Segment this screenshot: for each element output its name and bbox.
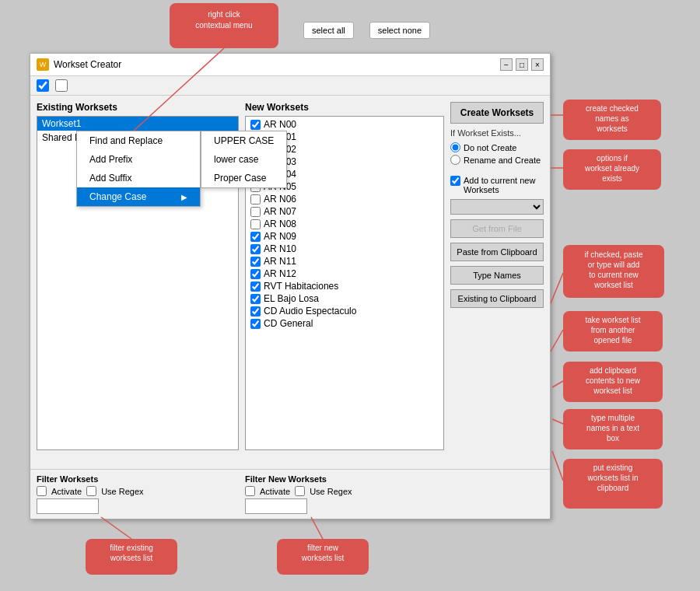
checkbox-item-ar-n10: AR N10	[247, 243, 442, 255]
svg-text:names as: names as	[595, 114, 628, 123]
checkbox-item-ar-n06: AR N06	[247, 193, 442, 205]
radio-rename-create[interactable]: Rename and Create	[450, 155, 544, 165]
filter-existing-controls: Activate Use Regex	[37, 486, 239, 496]
svg-text:to current new: to current new	[589, 271, 639, 279]
close-button[interactable]: ×	[531, 58, 544, 71]
submenu-upper-case[interactable]: UPPER CASE	[201, 131, 286, 150]
svg-rect-9	[563, 149, 661, 190]
context-menu: Find and Replace Add Prefix Add Suffix C…	[76, 131, 201, 207]
svg-rect-20	[563, 311, 663, 351]
context-menu-add-prefix[interactable]: Add Prefix	[77, 150, 200, 169]
filter-new-activate-label: Activate	[260, 487, 290, 496]
radio-group: Do not Create Rename and Create	[450, 142, 544, 165]
create-worksets-button[interactable]: Create Worksets	[450, 102, 544, 124]
svg-text:worksets list: worksets list	[110, 554, 153, 562]
context-menu-add-suffix[interactable]: Add Suffix	[77, 169, 200, 187]
new-worksets-label: New Worksets	[245, 102, 444, 113]
filter-existing-group: Filter Worksets Activate Use Regex	[37, 474, 239, 514]
filter-existing-input[interactable]	[37, 498, 99, 514]
svg-text:filter existing: filter existing	[110, 544, 153, 552]
get-from-file-button[interactable]: Get from File	[450, 219, 544, 238]
add-to-current-checkbox[interactable]	[450, 176, 460, 186]
add-to-current-label: Add to current new Worksets	[464, 176, 544, 194]
filter-row: Filter Worksets Activate Use Regex Filte…	[30, 469, 550, 519]
checkbox-item-ar-n00: AR N00	[247, 118, 442, 131]
svg-text:put existing: put existing	[593, 463, 633, 472]
filter-new-regex-label: Use Regex	[310, 487, 352, 496]
filter-new-activate-checkbox[interactable]	[245, 486, 255, 496]
file-dropdown[interactable]	[450, 199, 544, 215]
svg-text:right click: right click	[208, 10, 241, 19]
filter-existing-activate-label: Activate	[51, 487, 82, 496]
filter-existing-activate-checkbox[interactable]	[37, 486, 47, 496]
svg-text:names in a text: names in a text	[586, 424, 639, 432]
svg-line-24	[551, 330, 563, 351]
svg-text:exists: exists	[602, 174, 622, 183]
filter-existing-label: Filter Worksets	[37, 474, 239, 484]
svg-rect-14	[563, 245, 664, 298]
existing-to-clipboard-button[interactable]: Existing to Clipboard	[450, 289, 544, 308]
svg-text:box: box	[607, 434, 619, 442]
svg-text:worksets list in: worksets list in	[586, 474, 638, 482]
svg-line-29	[552, 381, 563, 387]
checkbox-item-ar-n08: AR N08	[247, 218, 442, 230]
toolbar	[30, 76, 550, 96]
svg-text:opened file: opened file	[594, 336, 632, 344]
window-title: Workset Creator	[54, 59, 121, 70]
list-item[interactable]: Workset1	[37, 117, 238, 131]
svg-line-43	[101, 517, 131, 539]
svg-text:contextual menu: contextual menu	[195, 21, 252, 30]
type-names-button[interactable]: Type Names	[450, 266, 544, 285]
svg-text:clipboard: clipboard	[597, 484, 629, 492]
filter-new-controls: Activate Use Regex	[245, 486, 544, 496]
title-bar: W Workset Creator − □ ×	[30, 54, 550, 76]
svg-line-39	[552, 451, 563, 481]
paste-from-clipboard-button[interactable]: Paste from Clipboard	[450, 243, 544, 261]
svg-text:worksets list: worksets list	[301, 554, 345, 562]
right-panel: Create Worksets If Workset Exists... Do …	[450, 102, 544, 463]
radio-do-not-create[interactable]: Do not Create	[450, 142, 544, 152]
svg-line-47	[311, 517, 323, 539]
svg-rect-25	[563, 362, 663, 402]
existing-worksets-label: Existing Worksets	[37, 102, 239, 113]
filter-existing-regex-checkbox[interactable]	[86, 486, 96, 496]
svg-rect-44	[277, 539, 369, 575]
context-menu-find-replace[interactable]: Find and Replace	[77, 131, 200, 150]
svg-rect-40	[86, 539, 177, 575]
toolbar-checkbox-2[interactable]	[55, 79, 68, 92]
minimize-button[interactable]: −	[500, 58, 513, 71]
svg-text:add clipboard: add clipboard	[590, 366, 636, 375]
select-controls: select all select none	[303, 22, 430, 39]
select-all-button[interactable]: select all	[303, 22, 354, 39]
submenu-lower-case[interactable]: lower case	[201, 150, 286, 169]
svg-rect-35	[563, 459, 663, 509]
svg-text:workset already: workset already	[584, 164, 639, 173]
svg-line-19	[551, 273, 563, 303]
checkbox-item-cd-general: CD General	[247, 317, 442, 330]
select-none-button[interactable]: select none	[369, 22, 430, 39]
svg-text:create checked: create checked	[586, 104, 639, 113]
submenu-proper-case[interactable]: Proper Case	[201, 169, 286, 187]
context-menu-change-case[interactable]: Change Case ▶	[77, 187, 200, 206]
add-to-current-row: Add to current new Worksets	[450, 176, 544, 194]
svg-text:from another: from another	[591, 326, 635, 334]
svg-text:filter new: filter new	[307, 544, 339, 552]
filter-existing-regex-label: Use Regex	[101, 487, 143, 496]
workset-creator-window: W Workset Creator − □ × Existing Workset…	[30, 53, 551, 519]
svg-rect-30	[563, 409, 663, 449]
submenu-change-case: UPPER CASE lower case Proper Case	[201, 131, 287, 188]
toolbar-checkbox-1[interactable]	[37, 79, 49, 92]
svg-text:type multiple: type multiple	[591, 414, 635, 422]
filter-new-regex-checkbox[interactable]	[295, 486, 305, 496]
maximize-button[interactable]: □	[516, 58, 528, 71]
svg-text:options if: options if	[597, 154, 628, 163]
checkbox-item-ar-n09: AR N09	[247, 230, 442, 243]
checkbox-item-cd-audio: CD Audio Espectaculo	[247, 305, 442, 317]
filter-new-input[interactable]	[245, 498, 307, 514]
svg-text:contents to new: contents to new	[586, 376, 641, 385]
checkbox-item-ar-n12: AR N12	[247, 268, 442, 280]
svg-text:workset list: workset list	[593, 386, 632, 395]
checkbox-item-ar-n11: AR N11	[247, 255, 442, 268]
filter-new-label: Filter New Worksets	[245, 474, 544, 484]
title-bar-left: W Workset Creator	[37, 58, 121, 71]
